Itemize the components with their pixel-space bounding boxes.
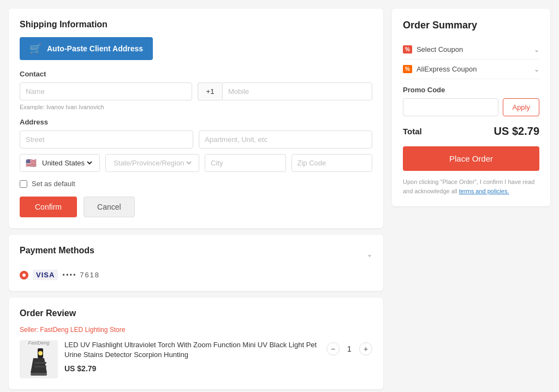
promo-code-input[interactable]	[403, 98, 498, 116]
promo-code-label: Promo Code	[403, 86, 539, 94]
shipping-title: Shipping Information	[20, 20, 372, 29]
total-value: US $2.79	[494, 125, 539, 138]
coupon-icon: %	[403, 45, 412, 54]
seller-name: FastDeng LED Lighting Store	[40, 326, 125, 334]
seller-prefix: Seller:	[20, 326, 40, 334]
mobile-input[interactable]	[222, 82, 372, 100]
aliexpress-coupon-icon: %	[403, 65, 412, 73]
city-input[interactable]	[205, 154, 286, 172]
confirm-button[interactable]: Confirm	[20, 197, 77, 217]
product-info: LED UV Flashlight Ultraviolet Torch With…	[64, 340, 320, 373]
qty-controls: − 1 +	[326, 342, 372, 355]
svg-marker-1	[31, 358, 47, 373]
visa-card-number: •••• 7618	[62, 271, 100, 279]
qty-value: 1	[344, 345, 355, 353]
street-input[interactable]	[20, 130, 193, 149]
aliexpress-coupon-left: % AliExpress Coupon	[403, 65, 477, 73]
apt-input[interactable]	[199, 130, 372, 149]
payment-title: Payment Methods	[20, 246, 94, 256]
country-select[interactable]: 🇺🇸 United States	[20, 154, 100, 172]
state-select[interactable]: State/Province/Region	[105, 154, 199, 172]
select-coupon-chevron-icon: ⌄	[534, 46, 539, 54]
cancel-button[interactable]: Cancel	[84, 197, 135, 217]
terms-text: Upon clicking "Place Order", I confirm I…	[403, 177, 539, 195]
select-coupon-left: % Select Coupon	[403, 45, 463, 54]
us-flag-icon: 🇺🇸	[26, 158, 37, 168]
brand-label: FastDeng	[28, 340, 49, 346]
svg-rect-5	[34, 366, 46, 367]
country-code: +1	[198, 82, 222, 100]
flashlight-svg	[22, 346, 55, 378]
total-label: Total	[403, 127, 422, 136]
name-input[interactable]	[20, 82, 192, 100]
contact-label: Contact	[20, 70, 372, 78]
svg-rect-2	[31, 373, 47, 376]
example-text: Example: Ivanov Ivan Ivanovich	[20, 104, 372, 110]
aliexpress-coupon-row[interactable]: % AliExpress Coupon ⌄	[403, 60, 539, 79]
payment-card: Payment Methods ⌄ VISA •••• 7618	[9, 235, 383, 291]
visa-logo: VISA	[33, 270, 58, 280]
auto-paste-button[interactable]: 🛒 Auto-Paste Client Address	[20, 37, 153, 60]
auto-paste-label: Auto-Paste Client Address	[47, 44, 143, 53]
place-order-button[interactable]: Place Order	[403, 146, 539, 171]
terms-link[interactable]: terms and policies.	[459, 188, 509, 194]
payment-chevron-icon[interactable]: ⌄	[367, 251, 372, 258]
address-label: Address	[20, 118, 372, 126]
select-coupon-label: Select Coupon	[417, 45, 463, 54]
order-summary-card: Order Summary % Select Coupon ⌄ % AliExp…	[392, 9, 550, 206]
order-review-title: Order Review	[20, 308, 372, 318]
product-price: US $2.79	[64, 364, 320, 373]
qty-increase-button[interactable]: +	[359, 342, 372, 355]
select-coupon-row[interactable]: % Select Coupon ⌄	[403, 40, 539, 60]
aliexpress-coupon-chevron-icon: ⌄	[534, 66, 539, 73]
order-review-card: Order Review Seller: FastDeng LED Lighti…	[9, 298, 383, 389]
zip-input[interactable]	[292, 154, 373, 172]
order-summary-title: Order Summary	[403, 20, 539, 31]
svg-rect-4	[34, 362, 46, 364]
qty-decrease-button[interactable]: −	[326, 342, 340, 355]
seller-info: Seller: FastDeng LED Lighting Store	[20, 326, 372, 334]
svg-point-3	[38, 351, 43, 355]
apply-button[interactable]: Apply	[503, 98, 539, 116]
shipping-card: Shipping Information 🛒 Auto-Paste Client…	[9, 9, 383, 228]
visa-radio[interactable]	[20, 271, 28, 280]
aliexpress-coupon-label: AliExpress Coupon	[417, 65, 477, 73]
country-dropdown[interactable]: United States	[40, 158, 94, 168]
set-default-checkbox[interactable]	[20, 180, 27, 188]
set-default-label: Set as default	[32, 180, 75, 188]
state-dropdown[interactable]: State/Province/Region	[111, 158, 193, 168]
cart-icon: 🛒	[29, 43, 41, 55]
product-image: FastDeng	[20, 340, 58, 378]
product-title: LED UV Flashlight Ultraviolet Torch With…	[64, 340, 320, 360]
